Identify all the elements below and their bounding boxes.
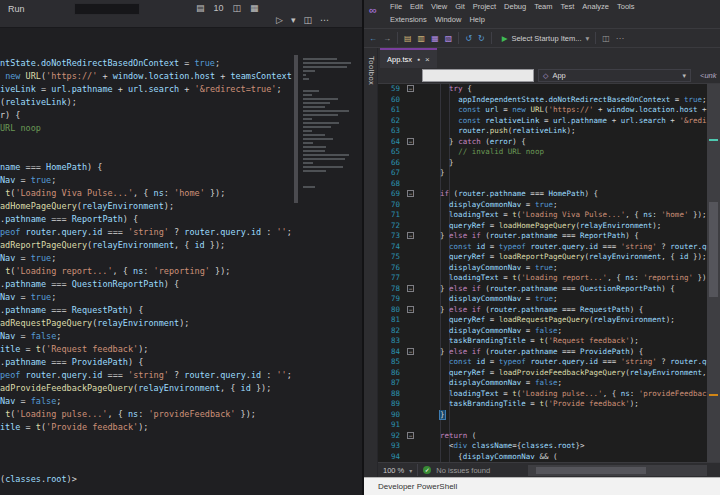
code-line[interactable]: t('Loading report...', { ns: 'reporting'…	[0, 265, 292, 278]
code-line[interactable]: 85 const id = typeof router.query.id ===…	[378, 357, 720, 368]
code-line[interactable]: 65 // invalid URL noop	[378, 147, 720, 158]
code-line[interactable]: 70 displayCommonNav = true;	[378, 200, 720, 211]
more-actions-icon[interactable]: ⋯	[320, 15, 329, 25]
notification-count[interactable]: 10	[214, 3, 224, 13]
code-line[interactable]: Nav = false;	[0, 330, 292, 343]
code-line[interactable]: 67 }	[378, 168, 720, 179]
save-icon[interactable]: ▦	[431, 34, 439, 43]
code-line[interactable]: Nav = true;	[0, 174, 292, 187]
toolbox-sidebar[interactable]: Toolbox	[364, 48, 378, 477]
code-line[interactable]: 72 queryRef = loadHomePageQuery(relayEnv…	[378, 221, 720, 232]
menu-analyze[interactable]: Analyze	[578, 2, 613, 11]
command-input[interactable]	[74, 3, 140, 15]
code-line[interactable]: 69− if (router.pathname === HomePath) {	[378, 189, 720, 200]
code-line[interactable]: t('Loading pulse...', { ns: 'provideFeed…	[0, 408, 292, 421]
code-line[interactable]: 88 loadingText = t('Loading pulse...', {…	[378, 389, 720, 400]
code-line[interactable]	[0, 460, 292, 473]
project-dropdown[interactable]	[422, 69, 534, 82]
fold-marker[interactable]: −	[404, 284, 417, 295]
code-line[interactable]: new URL('https://' + window.location.hos…	[0, 70, 292, 83]
menu-test[interactable]: Test	[557, 2, 579, 11]
layout-grid-icon[interactable]: ▦	[250, 3, 259, 13]
code-line[interactable]: .pathname === RequestPath) {	[0, 304, 292, 317]
navigate-back-icon[interactable]: ←	[369, 34, 377, 43]
code-line[interactable]: 80− } else if (router.pathname === Reque…	[378, 305, 720, 316]
code-line[interactable]: 87 displayCommonNav = false;	[378, 378, 720, 389]
code-line[interactable]: (classes.root)>	[0, 473, 292, 486]
code-line[interactable]: 71 loadingText = t('Loading Viva Pulse..…	[378, 210, 720, 221]
code-line[interactable]: 63 router.push(relativeLink);	[378, 126, 720, 137]
code-line[interactable]	[0, 434, 292, 447]
layout-panel-icon[interactable]: ◫	[233, 3, 242, 13]
code-line[interactable]: adHomePageQuery(relayEnvironment);	[0, 200, 292, 213]
code-line[interactable]	[0, 148, 292, 161]
more-options-icon[interactable]: ⋯	[616, 34, 624, 43]
zoom-level[interactable]: 100 %	[383, 466, 404, 475]
code-line[interactable]: 82 displayCommonNav = false;	[378, 326, 720, 337]
left-scrollbar[interactable]	[294, 55, 298, 203]
code-line[interactable]: itle = t('Request feedback');	[0, 343, 292, 356]
code-line[interactable]: 86 queryRef = loadProvideFeedbackPageQue…	[378, 368, 720, 379]
code-line[interactable]: peof router.query.id === 'string' ? rout…	[0, 369, 292, 382]
code-line[interactable]: 78− } else if (router.pathname === Quest…	[378, 284, 720, 295]
code-line[interactable]: 92− return (	[378, 431, 720, 442]
code-line[interactable]	[0, 447, 292, 460]
tab-app-tsx[interactable]: App.tsx ● ×	[380, 48, 437, 68]
code-line[interactable]: 77 loadingText = t('Loading report...', …	[378, 273, 720, 284]
undo-icon[interactable]: ↺	[465, 34, 472, 43]
right-code-area[interactable]: 59− try {60 appIndependentState.doNotRed…	[378, 84, 720, 462]
code-line[interactable]: ntState.doNotRedirectBasedOnContext = tr…	[0, 57, 292, 70]
close-icon[interactable]: ×	[425, 55, 430, 64]
editor-scrollbar[interactable]	[707, 84, 720, 462]
code-line[interactable]: .pathname === QuestionReportPath) {	[0, 278, 292, 291]
code-line[interactable]: 79 displayCommonNav = true;	[378, 294, 720, 305]
fold-marker[interactable]: −	[404, 231, 417, 242]
horizontal-scrollbar[interactable]	[528, 465, 707, 476]
new-file-icon[interactable]: ▤	[404, 34, 412, 43]
split-editor-icon[interactable]: ◫	[303, 15, 312, 25]
code-line[interactable]: 89 taskBrandingTitle = t('Provide feedba…	[378, 399, 720, 410]
menu-help[interactable]: Help	[465, 15, 488, 24]
menu-git[interactable]: Git	[451, 2, 469, 11]
code-line[interactable]	[0, 135, 292, 148]
code-line[interactable]: peof router.query.id === 'string' ? rout…	[0, 226, 292, 239]
code-line[interactable]: 73− } else if (router.pathname === Repor…	[378, 231, 720, 242]
code-line[interactable]: iveLink = url.pathname + url.search + '&…	[0, 83, 292, 96]
code-line[interactable]: Nav = true;	[0, 252, 292, 265]
redo-icon[interactable]: ↻	[478, 34, 485, 43]
menu-extensions[interactable]: Extensions	[386, 15, 431, 24]
code-line[interactable]: itle = t('Provide feedback');	[0, 421, 292, 434]
code-line[interactable]: 61 const url = new URL('https://' + wind…	[378, 105, 720, 116]
code-line[interactable]: 74 const id = typeof router.query.id ===…	[378, 242, 720, 253]
code-line[interactable]: name === HomePath) {	[0, 161, 292, 174]
save-all-icon[interactable]: ▧	[445, 34, 453, 43]
fold-marker[interactable]: −	[404, 84, 417, 95]
toolbox-tab-label[interactable]: Toolbox	[367, 56, 376, 85]
fold-marker[interactable]: −	[404, 347, 417, 358]
code-line[interactable]: 81 queryRef = loadRequestPageQuery(relay…	[378, 315, 720, 326]
navigate-forward-icon[interactable]: →	[383, 34, 391, 43]
fold-marker[interactable]: −	[404, 305, 417, 316]
code-line[interactable]: 94 {displayCommonNav && (	[378, 452, 720, 463]
startup-item-dropdown[interactable]: ▶ Select Startup Item... ▾	[502, 34, 590, 43]
code-line[interactable]: Nav = false;	[0, 395, 292, 408]
code-line[interactable]: 75 queryRef = loadReportPageQuery(relayE…	[378, 252, 720, 263]
code-line[interactable]: adRequestPageQuery(relayEnvironment);	[0, 317, 292, 330]
code-line[interactable]: adProvideFeedbackPageQuery(relayEnvironm…	[0, 382, 292, 395]
code-line[interactable]: 66 }	[378, 158, 720, 169]
horizontal-scrollbar-thumb[interactable]	[536, 467, 646, 474]
menu-team[interactable]: Team	[530, 2, 556, 11]
type-dropdown[interactable]: ◇ App ▾	[538, 69, 691, 82]
menu-file[interactable]: File	[386, 2, 406, 11]
code-line[interactable]: 93 <div className={classes.root}>	[378, 441, 720, 452]
open-file-icon[interactable]: ▥	[418, 34, 426, 43]
scrollbar-thumb[interactable]	[709, 202, 718, 297]
issues-status[interactable]: No issues found	[436, 466, 490, 475]
menu-edit[interactable]: Edit	[406, 2, 427, 11]
fold-marker[interactable]: −	[404, 137, 417, 148]
code-editor[interactable]: 59− try {60 appIndependentState.doNotRed…	[378, 84, 720, 462]
menu-window[interactable]: Window	[431, 15, 466, 24]
chevron-down-icon[interactable]: ▾	[291, 15, 296, 25]
menu-debug[interactable]: Debug	[500, 2, 530, 11]
code-line[interactable]: Nav = true;	[0, 291, 292, 304]
